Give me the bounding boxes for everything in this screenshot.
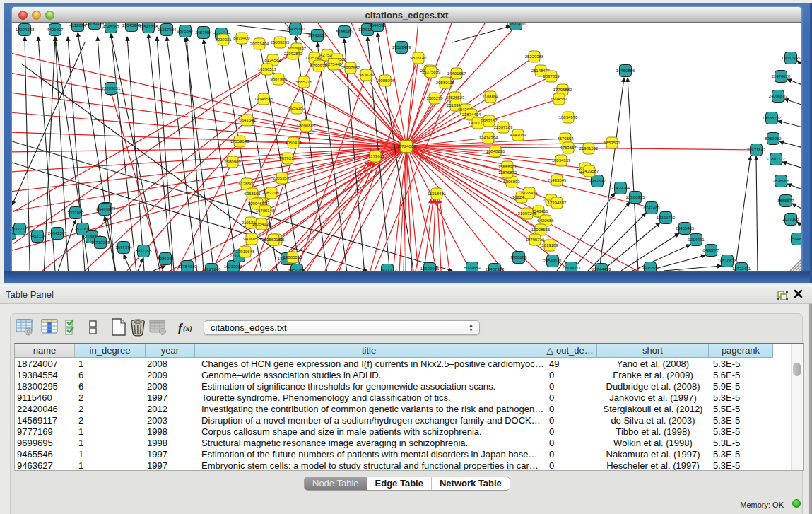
svg-text:5188470: 5188470 [336,30,353,34]
svg-text:22507109: 22507109 [494,125,513,129]
svg-text:10327246: 10327246 [202,267,221,271]
svg-text:3677374: 3677374 [115,245,132,250]
svg-text:18724007: 18724007 [397,144,416,148]
svg-text:16213925: 16213925 [224,264,243,269]
svg-text:4743069: 4743069 [510,133,526,137]
svg-text:23833160: 23833160 [262,191,281,195]
svg-text:9436057: 9436057 [243,237,260,241]
svg-text:6994562: 6994562 [551,97,567,101]
svg-text:1653531: 1653531 [604,141,620,145]
svg-text:16415740: 16415740 [286,27,305,31]
svg-text:24549181: 24549181 [543,259,563,263]
svg-text:16510878: 16510878 [718,259,737,263]
svg-text:4389045: 4389045 [157,257,174,261]
svg-text:18034970: 18034970 [559,115,578,119]
svg-text:22992872: 22992872 [284,52,303,56]
svg-text:8134562: 8134562 [264,58,281,62]
svg-text:23826523: 23826523 [446,95,465,100]
svg-text:20580115: 20580115 [436,81,455,85]
svg-text:10057945: 10057945 [782,56,801,60]
svg-text:1385239: 1385239 [426,96,443,100]
svg-text:13910648: 13910648 [236,250,255,254]
svg-text:21097245: 21097245 [518,211,537,216]
svg-text:2457954: 2457954 [195,30,212,35]
svg-text:13146585: 13146585 [254,97,273,101]
svg-text:8685577: 8685577 [777,199,794,203]
svg-text:4112034: 4112034 [70,23,87,28]
svg-text:16705148: 16705148 [256,209,275,213]
svg-text:2580963: 2580963 [224,160,241,164]
svg-text:23487347: 23487347 [486,267,505,271]
svg-text:22474828: 22474828 [772,74,791,78]
svg-text:6420686: 6420686 [537,218,554,223]
svg-text:18992829: 18992829 [308,33,327,37]
svg-text:4050413: 4050413 [285,141,302,145]
svg-text:9214491: 9214491 [688,238,705,242]
svg-text:10710248: 10710248 [91,240,110,245]
svg-text:12414394: 12414394 [479,136,498,140]
svg-text:9816145: 9816145 [410,56,427,60]
svg-text:13805018: 13805018 [283,255,302,259]
svg-text:16396513: 16396513 [258,67,277,71]
svg-text:3333883: 3333883 [67,211,84,215]
svg-text:24090883: 24090883 [769,94,788,98]
svg-text:20031404: 20031404 [250,42,269,46]
svg-text:23971842: 23971842 [747,148,766,152]
svg-text:10837430: 10837430 [507,23,526,26]
svg-text:22053595: 22053595 [273,176,292,180]
svg-text:11876872: 11876872 [498,170,517,175]
svg-text:12920906: 12920906 [420,267,440,271]
svg-text:9875847: 9875847 [177,29,194,33]
svg-text:8079409: 8079409 [233,36,250,40]
svg-text:2876966: 2876966 [772,179,789,183]
svg-text:8646997: 8646997 [96,207,113,211]
svg-text:19085076: 19085076 [376,78,395,83]
svg-text:22744459: 22744459 [592,267,611,271]
svg-text:17796882: 17796882 [553,88,572,92]
svg-text:6368105: 6368105 [244,192,261,196]
svg-text:22093651: 22093651 [102,86,121,90]
svg-text:23936053: 23936053 [562,266,581,270]
svg-text:25229388: 25229388 [525,54,544,59]
svg-text:13732411: 13732411 [732,267,751,271]
svg-text:21433649: 21433649 [548,178,567,182]
svg-text:11318461: 11318461 [428,192,447,196]
svg-text:13754919: 13754919 [178,264,197,269]
svg-text:13748244: 13748244 [86,23,105,25]
svg-text:8811165: 8811165 [136,249,152,253]
svg-text:4570554: 4570554 [557,136,574,141]
svg-text:19523409: 19523409 [392,45,411,49]
svg-text:21439044: 21439044 [611,186,630,190]
svg-text:6482877: 6482877 [702,248,719,252]
svg-text:(x): (x) [183,324,192,333]
svg-text:21257684: 21257684 [158,28,177,32]
svg-text:19836388: 19836388 [357,73,376,77]
svg-text:6742460: 6742460 [643,206,660,210]
svg-text:19563180: 19563180 [264,238,283,242]
svg-text:10848230: 10848230 [486,149,505,153]
svg-text:5685216: 5685216 [295,80,312,84]
svg-text:11584847: 11584847 [788,237,801,241]
svg-text:12294238: 12294238 [16,28,35,32]
svg-text:5641643: 5641643 [239,118,256,122]
svg-text:18795716: 18795716 [526,238,545,242]
svg-text:18922760: 18922760 [657,216,676,220]
svg-text:18754131: 18754131 [252,222,271,226]
svg-text:14460856: 14460856 [616,69,635,73]
svg-text:4679214: 4679214 [279,156,296,160]
svg-text:25089205: 25089205 [271,40,290,45]
svg-text:4753657: 4753657 [560,146,577,150]
svg-text:9887903: 9887903 [270,77,287,81]
svg-text:20372723: 20372723 [12,227,30,231]
svg-text:25997682: 25997682 [341,66,360,70]
svg-text:3395870: 3395870 [642,266,659,270]
svg-text:22439587: 22439587 [580,169,599,173]
svg-text:22306335: 22306335 [626,195,645,199]
svg-text:19688132: 19688132 [763,116,782,120]
svg-text:19098556: 19098556 [531,228,551,232]
svg-text:7452134: 7452134 [29,234,46,238]
svg-text:4429607: 4429607 [47,28,64,32]
svg-text:9837869: 9837869 [543,74,560,78]
svg-text:25465435: 25465435 [676,226,695,230]
svg-text:9958289: 9958289 [510,255,527,259]
